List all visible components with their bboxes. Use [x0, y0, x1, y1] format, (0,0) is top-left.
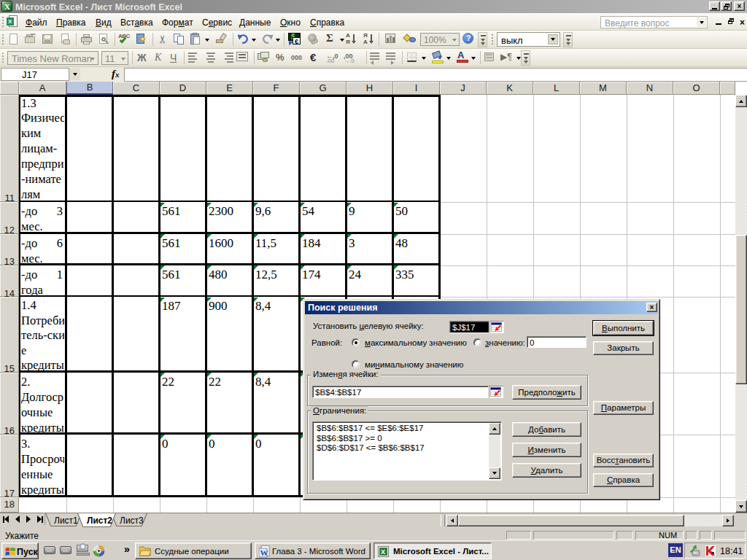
svg-text:W: W [260, 548, 268, 557]
